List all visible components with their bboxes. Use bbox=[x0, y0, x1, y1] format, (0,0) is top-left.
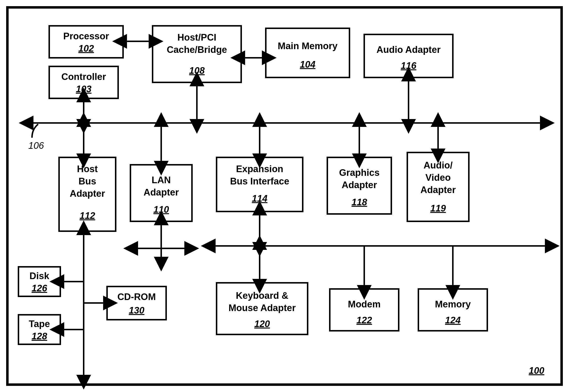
block-graphics-adapter: Graphics Adapter 118 bbox=[327, 157, 391, 214]
kbm-ref: 120 bbox=[254, 319, 270, 329]
lan-ref: 110 bbox=[153, 204, 169, 215]
block-kbm: Keyboard & Mouse Adapter 120 bbox=[217, 283, 308, 334]
expansion-line1: Expansion bbox=[236, 164, 283, 174]
tape-label: Tape bbox=[29, 319, 50, 329]
svg-rect-3 bbox=[266, 28, 349, 77]
host-bus-ref: 112 bbox=[79, 211, 95, 221]
expansion-ref: 114 bbox=[252, 193, 267, 204]
disk-label: Disk bbox=[30, 271, 49, 281]
block-disk: Disk 126 bbox=[18, 267, 60, 296]
bridge-ref: 108 bbox=[189, 65, 205, 76]
system-ref: 100 bbox=[529, 365, 544, 376]
block-tape: Tape 128 bbox=[18, 315, 60, 344]
modem-label: Modem bbox=[348, 299, 381, 309]
tape-ref: 128 bbox=[32, 331, 47, 341]
svg-rect-4 bbox=[364, 34, 453, 77]
graphics-ref: 118 bbox=[351, 197, 367, 207]
controller-label: Controller bbox=[61, 72, 106, 82]
av-ref: 119 bbox=[430, 203, 446, 213]
audio-adapter-label: Audio Adapter bbox=[377, 45, 441, 55]
disk-ref: 126 bbox=[32, 283, 47, 293]
main-memory-label: Main Memory bbox=[278, 41, 338, 51]
block-controller: Controller 103 bbox=[49, 66, 118, 98]
block-processor: Processor 102 bbox=[49, 26, 123, 58]
kbm-line2: Mouse Adapter bbox=[228, 303, 296, 313]
bus-ref: 106 bbox=[28, 140, 44, 151]
block-host-bus-adapter: Host Bus Adapter 112 bbox=[59, 157, 116, 231]
expansion-line2: Bus Interface bbox=[230, 176, 289, 186]
audio-adapter-ref: 116 bbox=[401, 60, 416, 71]
block-audio-adapter: Audio Adapter 116 bbox=[364, 34, 453, 77]
block-diagram: 100 Processor 102 Controller 103 Host/PC… bbox=[0, 0, 569, 392]
av-line3: Adapter bbox=[420, 185, 456, 195]
host-bus-line2: Bus bbox=[79, 176, 96, 186]
block-bridge: Host/PCI Cache/Bridge 108 bbox=[153, 26, 241, 82]
av-line1: Audio/ bbox=[424, 160, 453, 170]
cdrom-label: CD-ROM bbox=[117, 292, 156, 302]
lan-line1: LAN bbox=[152, 175, 171, 185]
main-memory-ref: 104 bbox=[300, 59, 315, 70]
block-lan-adapter: LAN Adapter 110 bbox=[130, 165, 192, 221]
bridge-line1: Host/PCI bbox=[177, 32, 216, 43]
processor-label: Processor bbox=[63, 31, 109, 41]
kbm-line1: Keyboard & bbox=[236, 290, 288, 301]
lan-line2: Adapter bbox=[143, 187, 179, 197]
controller-ref: 103 bbox=[76, 84, 91, 94]
host-bus-line3: Adapter bbox=[70, 188, 105, 199]
graphics-line2: Adapter bbox=[342, 180, 377, 190]
memory-ref: 124 bbox=[445, 315, 460, 325]
cdrom-ref: 130 bbox=[129, 305, 144, 316]
host-bus-line1: Host bbox=[77, 164, 98, 174]
block-modem: Modem 122 bbox=[330, 289, 399, 331]
processor-ref: 102 bbox=[78, 43, 94, 54]
block-cdrom: CD-ROM 130 bbox=[107, 286, 166, 320]
block-main-memory: Main Memory 104 bbox=[266, 28, 349, 77]
bridge-line2: Cache/Bridge bbox=[167, 45, 227, 55]
block-expansion: Expansion Bus Interface 114 bbox=[217, 157, 303, 211]
graphics-line1: Graphics bbox=[339, 167, 380, 178]
memory-label: Memory bbox=[435, 299, 471, 309]
av-line2: Video bbox=[426, 172, 451, 183]
modem-ref: 122 bbox=[356, 315, 372, 325]
block-memory: Memory 124 bbox=[418, 289, 487, 331]
block-av-adapter: Audio/ Video Adapter 119 bbox=[407, 152, 469, 221]
